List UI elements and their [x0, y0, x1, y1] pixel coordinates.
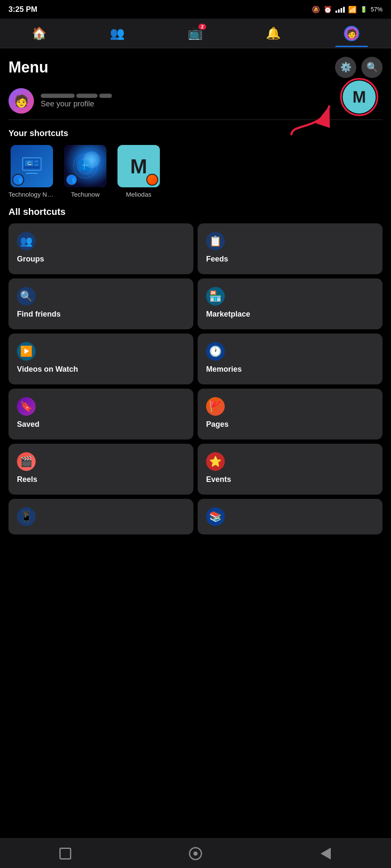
all-shortcuts-title: All shortcuts	[8, 206, 383, 217]
extra-left-icon-symbol: 📱	[20, 511, 33, 523]
nav-menu[interactable]: 🧑	[335, 23, 368, 44]
reels-icon: 🎬	[17, 452, 36, 471]
m-avatar-ring: M	[340, 78, 378, 116]
memories-icon-symbol: 🕐	[209, 345, 222, 357]
menu-card-saved[interactable]: 🔖 Saved	[8, 389, 193, 440]
home-icon: 🏠	[32, 26, 47, 40]
marketplace-icon-symbol: 🏪	[209, 290, 222, 302]
techno-group-badge: 👥	[66, 174, 78, 186]
bottom-nav-back[interactable]	[315, 843, 336, 864]
extra-right-icon: 📚	[206, 507, 225, 526]
menu-card-find-friends[interactable]: 🔍 Find friends	[8, 278, 193, 329]
square-nav-icon	[59, 848, 71, 860]
status-time: 3:25 PM	[8, 5, 37, 14]
memories-icon: 🕐	[206, 342, 225, 361]
menu-card-extra-left[interactable]: 📱	[8, 499, 193, 534]
saved-label: Saved	[17, 420, 185, 429]
marketplace-label: Marketplace	[206, 310, 374, 319]
menu-card-events[interactable]: ⭐ Events	[198, 444, 383, 495]
bottom-nav-square[interactable]	[55, 843, 76, 864]
alarm-icon: ⏰	[324, 6, 332, 14]
main-content: Menu ⚙️ 🔍 🧑 See your pro	[0, 48, 391, 543]
home-circle-icon	[188, 846, 203, 861]
profile-section[interactable]: 🧑 See your profile M	[0, 82, 391, 120]
nav-home[interactable]: 🏠	[23, 24, 55, 43]
shortcut-techunow[interactable]: 👥 Techunow	[62, 145, 109, 198]
marketplace-icon: 🏪	[206, 287, 225, 306]
shortcut-label-tech: Technology News And I...	[8, 191, 55, 198]
reels-icon-symbol: 🎬	[20, 456, 33, 467]
nav-friends[interactable]: 👥	[101, 24, 133, 43]
saved-icon-symbol: 🔖	[20, 401, 33, 412]
menu-card-memories[interactable]: 🕐 Memories	[198, 334, 383, 384]
avatar-emoji: 🧑	[14, 94, 29, 108]
m-letter: M	[352, 88, 366, 106]
bottom-nav	[0, 838, 391, 868]
menu-card-marketplace[interactable]: 🏪 Marketplace	[198, 278, 383, 329]
events-label: Events	[206, 475, 374, 484]
shortcut-label-techno: Techunow	[62, 191, 109, 198]
shortcut-thumb-techno: 👥	[64, 145, 106, 187]
events-icon: ⭐	[206, 452, 225, 471]
menu-card-watch[interactable]: ▶️ Videos on Watch	[8, 334, 193, 384]
feeds-icon: 📋	[206, 232, 225, 250]
watch-label: Videos on Watch	[17, 365, 185, 374]
header-action-buttons: ⚙️ 🔍	[335, 57, 383, 78]
status-icons: 🔕 ⏰ 📶 🔋 57%	[312, 6, 383, 14]
profile-info: See your profile	[41, 94, 383, 108]
avatar: 🧑	[8, 88, 34, 114]
meliodas-letter: M	[130, 155, 147, 178]
profile-name-placeholder	[41, 94, 383, 98]
menu-card-extra-right[interactable]: 📚	[198, 499, 383, 534]
shortcut-label-meliodas: Meliodas	[115, 191, 162, 198]
page-title: Menu	[8, 58, 48, 76]
watch-icon-symbol: ▶️	[20, 345, 33, 357]
find-friends-icon-symbol: 🔍	[20, 290, 33, 302]
battery-icon: 🔋	[360, 6, 367, 13]
pages-icon-symbol: 🚩	[209, 401, 222, 412]
groups-icon: 👥	[17, 232, 36, 250]
menu-card-pages[interactable]: 🚩 Pages	[198, 389, 383, 440]
svg-rect-3	[28, 171, 35, 173]
menu-card-feeds[interactable]: 📋 Feeds	[198, 223, 383, 274]
memories-label: Memories	[206, 365, 374, 374]
signal-bars-icon	[335, 6, 345, 13]
search-icon: 🔍	[366, 62, 378, 73]
search-button[interactable]: 🔍	[361, 57, 383, 78]
shortcut-thumb-tech: 💻 👥	[11, 145, 53, 187]
menu-card-reels[interactable]: 🎬 Reels	[8, 444, 193, 495]
groups-label: Groups	[17, 255, 185, 264]
shortcut-tech-news[interactable]: 💻 👥 Technology News And I...	[8, 145, 55, 198]
extra-right-icon-symbol: 📚	[209, 511, 222, 523]
menu-header: Menu ⚙️ 🔍	[0, 48, 391, 82]
back-arrow-icon	[321, 848, 331, 860]
bottom-nav-home-circle[interactable]	[185, 843, 206, 864]
all-shortcuts-section: All shortcuts	[0, 202, 391, 217]
reels-label: Reels	[17, 475, 185, 484]
menu-card-groups[interactable]: 👥 Groups	[8, 223, 193, 274]
your-shortcuts-section: Your shortcuts	[0, 120, 391, 202]
find-friends-icon: 🔍	[17, 287, 36, 306]
mute-icon: 🔕	[312, 6, 320, 14]
tech-group-badge: 👥	[12, 174, 24, 186]
shortcut-meliodas[interactable]: M Meliodas	[115, 145, 162, 198]
feeds-label: Feeds	[206, 255, 374, 264]
shortcuts-grid: 💻 👥 Technology News And I...	[8, 145, 383, 198]
pages-label: Pages	[206, 420, 374, 429]
shortcut-thumb-meliodas: M	[117, 145, 160, 187]
status-bar: 3:25 PM 🔕 ⏰ 📶 🔋 57%	[0, 0, 391, 19]
nav-video[interactable]: 2 📺	[179, 24, 211, 43]
watch-icon: ▶️	[17, 342, 36, 361]
svg-rect-6	[34, 160, 39, 163]
menu-grid: 👥 Groups 📋 Feeds 🔍 Find friends	[0, 223, 391, 543]
video-badge: 2	[198, 24, 206, 30]
nav-notifications[interactable]: 🔔	[257, 24, 289, 43]
extra-left-icon: 📱	[17, 507, 36, 526]
m-avatar-callout: M	[340, 78, 378, 116]
feeds-icon-symbol: 📋	[209, 235, 222, 247]
nav-bar: 🏠 👥 2 📺 🔔 🧑	[0, 19, 391, 48]
saved-icon: 🔖	[17, 397, 36, 416]
tech-illustration-icon: 💻	[19, 153, 45, 179]
shortcuts-title: Your shortcuts	[8, 128, 383, 138]
settings-button[interactable]: ⚙️	[335, 57, 356, 78]
